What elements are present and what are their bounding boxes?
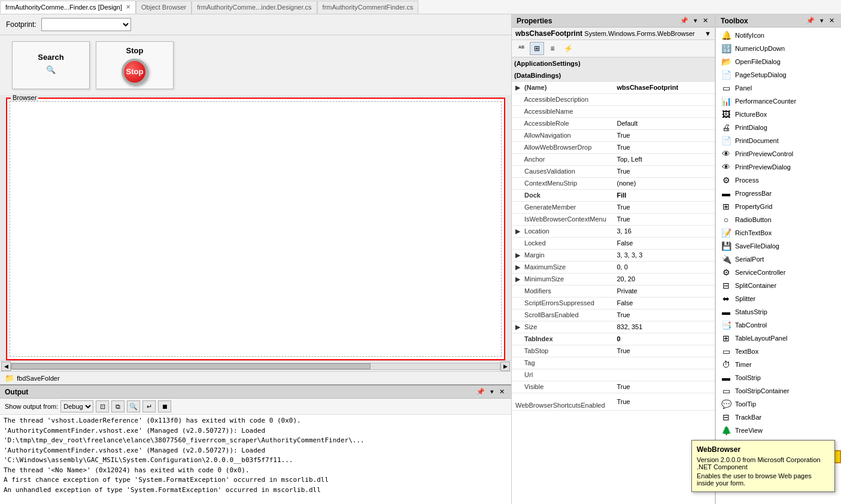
toolbox-item[interactable]: 💬ToolTip xyxy=(716,397,841,411)
prop-row[interactable]: AnchorTop, Left xyxy=(512,153,715,165)
prop-row[interactable]: Url xyxy=(512,369,715,381)
output-close-icon[interactable]: ✕ xyxy=(497,387,506,396)
output-pin-icon[interactable]: 📌 xyxy=(475,387,487,396)
toolbox-item[interactable]: ⊟TrackBar xyxy=(716,411,841,424)
prop-row[interactable]: ▶ Size832, 351 xyxy=(512,321,715,333)
output-filter-select[interactable]: Debug Build xyxy=(60,400,93,412)
toolbox-item[interactable]: 🖼PictureBox xyxy=(716,108,841,121)
toolbox-item[interactable]: ▬ProgressBar xyxy=(716,187,841,200)
toolbox-item[interactable]: 📊PerformanceCounter xyxy=(716,95,841,108)
toolbox-dropdown-icon[interactable]: ▾ xyxy=(818,16,825,25)
prop-sort-alpha-btn[interactable]: ᴬᴮ xyxy=(514,42,529,55)
prop-row[interactable]: ▶ MaximumSize0, 0 xyxy=(512,261,715,273)
toolbox-close-icon[interactable]: ✕ xyxy=(827,16,836,25)
prop-expand-icon[interactable]: ▶ xyxy=(515,227,523,235)
prop-row[interactable]: AccessibleDescription xyxy=(512,93,715,105)
toolbox-item[interactable]: 👁PrintPreviewDialog xyxy=(716,160,841,174)
toolbox-item[interactable]: 🌲TreeView xyxy=(716,424,841,437)
prop-expand-icon[interactable]: ▶ xyxy=(515,84,523,92)
prop-expand-icon[interactable]: ▶ xyxy=(515,323,523,331)
hscroll-track[interactable] xyxy=(11,363,500,370)
toolbox-item[interactable]: 🖨PrintDialog xyxy=(716,121,841,134)
output-wrap-btn[interactable]: ↵ xyxy=(142,400,156,412)
toolbox-item[interactable]: ⏱Timer xyxy=(716,358,841,371)
properties-pin-icon[interactable]: 📌 xyxy=(678,16,690,25)
output-find-btn[interactable]: 🔍 xyxy=(127,400,140,412)
prop-properties-btn[interactable]: ≡ xyxy=(545,42,560,55)
tab-designer-close[interactable]: ✕ xyxy=(126,4,130,10)
toolbox-item[interactable]: ⚙Process xyxy=(716,174,841,187)
prop-row[interactable]: ▶ MinimumSize20, 20 xyxy=(512,273,715,285)
prop-sort-category-btn[interactable]: ⊞ xyxy=(530,42,544,55)
prop-table-scroll[interactable]: (ApplicationSettings)(DataBindings)▶ (Na… xyxy=(512,57,715,504)
tab-object-browser[interactable]: Object Browser xyxy=(136,1,192,14)
toolbox-item[interactable]: ⊞PropertyGrid xyxy=(716,200,841,213)
prop-row[interactable]: ▶ (Name)wbsChaseFootprint xyxy=(512,81,715,93)
prop-row[interactable]: LockedFalse xyxy=(512,237,715,249)
toolbox-item[interactable]: ▭ToolStripContainer xyxy=(716,384,841,397)
toolbox-item[interactable]: 📝RichTextBox xyxy=(716,226,841,239)
prop-component-dropdown-icon[interactable]: ▼ xyxy=(705,30,711,37)
prop-row[interactable]: CausesValidationTrue xyxy=(512,165,715,177)
toolbox-item[interactable]: 📄PageSetupDialog xyxy=(716,68,841,81)
toolbox-item[interactable]: ⊞TableLayoutPanel xyxy=(716,332,841,345)
prop-row[interactable]: IsWebBrowserContextMenuTrue xyxy=(512,213,715,225)
prop-row[interactable]: DockFill xyxy=(512,189,715,201)
prop-expand-icon[interactable]: ▶ xyxy=(515,275,523,283)
prop-expand-icon[interactable]: ▶ xyxy=(515,263,523,271)
toolbox-item[interactable]: 🔌SerialPort xyxy=(716,253,841,266)
stop-button[interactable]: Stop Stop xyxy=(96,41,174,89)
toolbox-item[interactable]: ▬StatusStrip xyxy=(716,305,841,318)
hscroll-left-btn[interactable]: ◀ xyxy=(1,362,11,371)
tab-designer[interactable]: frmAuthorityComme...Finder.cs [Design] ✕ xyxy=(0,1,136,14)
prop-row[interactable]: TabStopTrue xyxy=(512,345,715,357)
toolbox-item[interactable]: 👁PrintPreviewControl xyxy=(716,147,841,160)
prop-row[interactable]: ScrollBarsEnabledTrue xyxy=(512,309,715,321)
toolbox-item[interactable]: ▭Panel xyxy=(716,81,841,95)
output-copy-btn[interactable]: ⧉ xyxy=(111,400,125,412)
prop-row[interactable]: AccessibleRoleDefault xyxy=(512,117,715,129)
prop-row[interactable]: AllowWebBrowserDropTrue xyxy=(512,141,715,153)
footprint-dropdown[interactable] xyxy=(41,18,131,31)
output-dropdown-icon[interactable]: ▾ xyxy=(488,387,496,396)
prop-row[interactable]: (DataBindings) xyxy=(512,69,715,81)
prop-row[interactable]: ModifiersPrivate xyxy=(512,285,715,297)
prop-row[interactable]: ScriptErrorsSuppressedFalse xyxy=(512,297,715,309)
properties-dropdown-icon[interactable]: ▾ xyxy=(692,16,699,25)
prop-row[interactable]: Tag xyxy=(512,357,715,369)
toolbox-item[interactable]: 📂OpenFileDialog xyxy=(716,55,841,68)
properties-close-icon[interactable]: ✕ xyxy=(701,16,710,25)
toolbox-item[interactable]: ⬌Splitter xyxy=(716,292,841,305)
prop-row[interactable]: GenerateMemberTrue xyxy=(512,201,715,213)
prop-row[interactable]: AllowNavigationTrue xyxy=(512,129,715,141)
toolbox-item[interactable]: 📑TabControl xyxy=(716,318,841,332)
prop-row[interactable]: WebBrowserShortcutsEnabledTrue xyxy=(512,393,715,410)
toolbox-item[interactable]: 💾SaveFileDialog xyxy=(716,239,841,253)
toolbox-pin-icon[interactable]: 📌 xyxy=(804,16,816,25)
tab-designer-cs[interactable]: frmAuthorityComme...inder.Designer.cs xyxy=(192,1,317,14)
prop-events-btn[interactable]: ⚡ xyxy=(561,42,575,55)
prop-row[interactable]: TabIndex0 xyxy=(512,333,715,345)
toolbox-item[interactable]: 🔔NotifyIcon xyxy=(716,29,841,42)
tab-cs[interactable]: frmAuthorityCommentFinder.cs xyxy=(317,1,419,14)
toolbox-item[interactable]: 📄PrintDocument xyxy=(716,134,841,147)
toolbox-item[interactable]: 🔢NumericUpDown xyxy=(716,42,841,55)
prop-row[interactable]: AccessibleName xyxy=(512,105,715,117)
prop-row[interactable]: ContextMenuStrip(none) xyxy=(512,177,715,189)
prop-row[interactable]: VisibleTrue xyxy=(512,381,715,393)
output-content[interactable]: The thread 'vshost.LoaderReference' (0x1… xyxy=(0,415,511,504)
prop-row[interactable]: (ApplicationSettings) xyxy=(512,57,715,69)
output-clear-btn[interactable]: ⊡ xyxy=(96,400,109,412)
output-stop-btn[interactable]: ⏹ xyxy=(158,400,171,412)
hscroll-thumb[interactable] xyxy=(11,363,371,369)
toolbox-item[interactable]: ○RadioButton xyxy=(716,213,841,226)
toolbox-item[interactable]: ▭TextBox xyxy=(716,345,841,358)
prop-row[interactable]: ▶ Location3, 16 xyxy=(512,225,715,237)
prop-expand-icon[interactable]: ▶ xyxy=(515,251,523,259)
toolbox-item[interactable]: ⚙ServiceController xyxy=(716,266,841,279)
hscroll-right-btn[interactable]: ▶ xyxy=(500,362,510,371)
toolbox-item[interactable]: ⊟SplitContainer xyxy=(716,279,841,292)
toolbox-item[interactable]: ▬ToolStrip xyxy=(716,371,841,384)
hscroll[interactable]: ◀ ▶ xyxy=(0,360,511,371)
search-button[interactable]: Search 🔍 xyxy=(12,41,90,89)
